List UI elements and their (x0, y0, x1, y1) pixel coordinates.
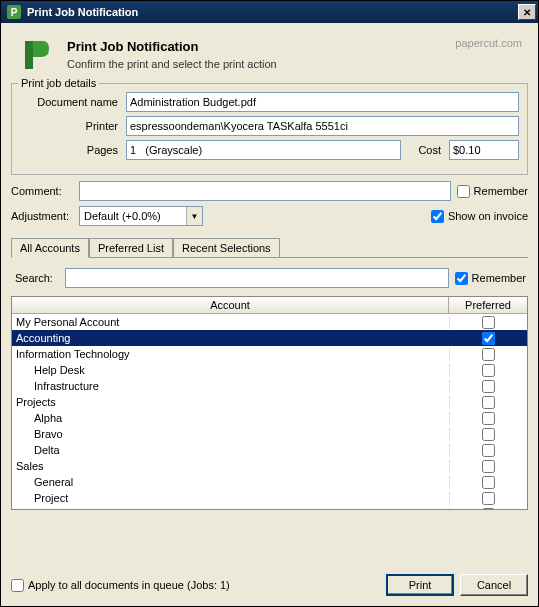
header-text: Print Job Notification Confirm the print… (67, 39, 441, 70)
document-row: Document name (20, 92, 519, 112)
adjustment-combobox[interactable]: Default (+0.0%) ▼ (79, 206, 203, 226)
apply-all[interactable]: Apply to all documents in queue (Jobs: 1… (11, 579, 230, 592)
cost-field[interactable] (449, 140, 519, 160)
preferred-checkbox[interactable] (482, 460, 495, 473)
preferred-checkbox[interactable] (482, 492, 495, 505)
preferred-cell (449, 444, 527, 457)
preferred-cell (449, 332, 527, 345)
preferred-cell (449, 476, 527, 489)
pages-field[interactable] (126, 140, 401, 160)
pages-row: Pages Cost (20, 140, 519, 160)
brand-link[interactable]: papercut.com (455, 37, 522, 49)
table-row[interactable]: Information Technology (12, 346, 527, 362)
table-header: Account Preferred (12, 297, 527, 314)
table-row[interactable]: Accounting (12, 330, 527, 346)
column-account[interactable]: Account (12, 297, 449, 313)
preferred-cell (449, 396, 527, 409)
table-row[interactable]: Projects (12, 394, 527, 410)
comment-input[interactable] (79, 181, 451, 201)
preferred-checkbox[interactable] (482, 396, 495, 409)
details-legend: Print job details (18, 77, 99, 89)
show-on-invoice[interactable]: Show on invoice (431, 210, 528, 223)
content-area: Print job details Document name Printer … (1, 83, 538, 564)
preferred-checkbox[interactable] (482, 380, 495, 393)
accounts-tabstrip: All AccountsPreferred ListRecent Selecti… (11, 237, 528, 258)
comment-remember[interactable]: Remember (457, 185, 528, 198)
table-row[interactable]: Alpha (12, 410, 527, 426)
preferred-cell (449, 492, 527, 505)
account-cell: Information Technology (12, 348, 449, 360)
table-row[interactable]: Delta (12, 442, 527, 458)
search-remember-checkbox[interactable] (455, 272, 468, 285)
table-body[interactable]: My Personal AccountAccountingInformation… (12, 314, 527, 509)
comment-row: Comment: Remember (11, 181, 528, 201)
account-cell: My Personal Account (12, 316, 449, 328)
comment-remember-label: Remember (474, 185, 528, 197)
footer: Apply to all documents in queue (Jobs: 1… (1, 564, 538, 606)
table-row[interactable]: Infrastructure (12, 378, 527, 394)
preferred-checkbox[interactable] (482, 444, 495, 457)
search-label: Search: (15, 272, 59, 284)
preferred-cell (449, 380, 527, 393)
account-cell: Projects (12, 396, 449, 408)
apply-all-checkbox[interactable] (11, 579, 24, 592)
account-cell: Accounting (12, 332, 449, 344)
preferred-checkbox[interactable] (482, 428, 495, 441)
chevron-down-icon[interactable]: ▼ (186, 207, 202, 225)
app-icon-small: P (7, 5, 21, 19)
search-remember[interactable]: Remember (455, 272, 526, 285)
preferred-cell (449, 460, 527, 473)
titlebar: P Print Job Notification ✕ (1, 1, 538, 23)
account-cell: Delta (12, 444, 449, 456)
preferred-checkbox[interactable] (482, 476, 495, 489)
search-input[interactable] (65, 268, 449, 288)
column-preferred[interactable]: Preferred (449, 297, 527, 313)
dialog-window: P Print Job Notification ✕ Print Job Not… (0, 0, 539, 607)
tab-recent-selections[interactable]: Recent Selections (173, 238, 280, 258)
adjustment-row: Adjustment: Default (+0.0%) ▼ Show on in… (11, 206, 528, 226)
show-on-invoice-label: Show on invoice (448, 210, 528, 222)
window-title: Print Job Notification (27, 6, 518, 18)
papercut-icon (19, 37, 53, 71)
preferred-checkbox[interactable] (482, 412, 495, 425)
table-row[interactable]: My Personal Account (12, 314, 527, 330)
table-row[interactable]: General (12, 474, 527, 490)
printer-field[interactable] (126, 116, 519, 136)
preferred-checkbox[interactable] (482, 508, 495, 510)
preferred-cell (449, 428, 527, 441)
account-cell: Infrastructure (12, 380, 449, 392)
account-cell: General (12, 476, 449, 488)
tab-all-accounts[interactable]: All Accounts (11, 238, 89, 258)
table-row[interactable]: Sales (12, 458, 527, 474)
printer-row: Printer (20, 116, 519, 136)
document-label: Document name (20, 96, 122, 108)
show-on-invoice-checkbox[interactable] (431, 210, 444, 223)
table-row[interactable]: Support (12, 506, 527, 509)
account-cell: Bravo (12, 428, 449, 440)
search-row: Search: Remember (15, 268, 526, 288)
account-cell: Project (12, 492, 449, 504)
preferred-checkbox[interactable] (482, 316, 495, 329)
close-button[interactable]: ✕ (518, 4, 536, 20)
table-row[interactable]: Project (12, 490, 527, 506)
cancel-button[interactable]: Cancel (460, 574, 528, 596)
adjustment-value: Default (+0.0%) (80, 210, 186, 222)
table-row[interactable]: Bravo (12, 426, 527, 442)
adjustment-label: Adjustment: (11, 210, 73, 222)
table-row[interactable]: Help Desk (12, 362, 527, 378)
preferred-checkbox[interactable] (482, 364, 495, 377)
preferred-checkbox[interactable] (482, 332, 495, 345)
preferred-cell (449, 316, 527, 329)
preferred-cell (449, 508, 527, 510)
apply-all-label: Apply to all documents in queue (Jobs: 1… (28, 579, 230, 591)
preferred-checkbox[interactable] (482, 348, 495, 361)
search-remember-label: Remember (472, 272, 526, 284)
tab-preferred-list[interactable]: Preferred List (89, 238, 173, 258)
preferred-cell (449, 364, 527, 377)
print-button[interactable]: Print (386, 574, 454, 596)
comment-remember-checkbox[interactable] (457, 185, 470, 198)
document-name-field[interactable] (126, 92, 519, 112)
account-cell: Support (12, 508, 449, 509)
accounts-table: Account Preferred My Personal AccountAcc… (11, 296, 528, 510)
preferred-cell (449, 348, 527, 361)
